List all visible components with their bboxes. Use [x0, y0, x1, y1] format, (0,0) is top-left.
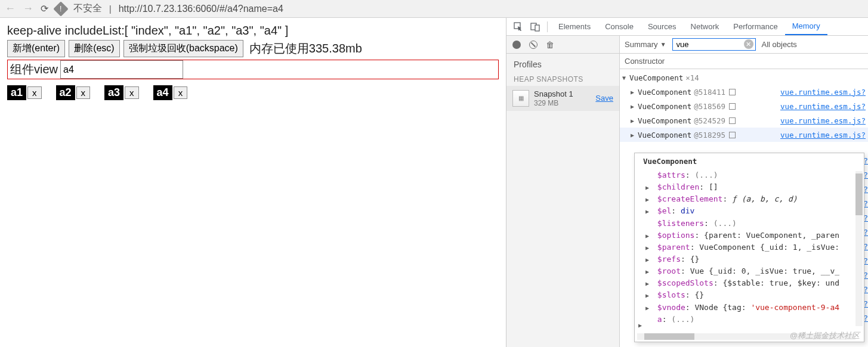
constructor-column-header[interactable]: Constructor	[620, 54, 868, 69]
expand-icon[interactable]: ▶	[631, 117, 638, 124]
expand-icon[interactable]: ▼	[622, 75, 629, 81]
source-link[interactable]: vue.runtime.esm.js?	[762, 102, 866, 111]
clear-icon[interactable]	[529, 41, 538, 49]
heap-snapshots-label: HEAP SNAPSHOTS	[506, 72, 619, 86]
object-property[interactable]: ▶ $parent: VueComponent {_uid: 1, _isVue…	[645, 241, 861, 253]
summary-dropdown[interactable]: Summary ▼	[625, 40, 666, 49]
element-ref-icon[interactable]	[729, 103, 736, 110]
tab-badge: a1	[7, 85, 26, 100]
heap-row[interactable]: ▶VueComponent@518569vue.runtime.esm.js?	[620, 99, 868, 113]
object-property[interactable]: ▶ $vnode: VNode {tag: 'vue-component-9-a…	[645, 302, 861, 314]
heap-row[interactable]: ▶VueComponent@518411vue.runtime.esm.js?	[620, 85, 868, 99]
reload-icon[interactable]: ⟳	[41, 3, 48, 14]
device-toggle-icon[interactable]	[527, 22, 543, 32]
expand-icon[interactable]: ▶	[631, 103, 638, 110]
add-button[interactable]: 新增(enter)	[7, 40, 65, 57]
tab-badge: a2	[56, 85, 75, 100]
devtools-tab-performance[interactable]: Performance	[726, 18, 784, 35]
devtools-tab-console[interactable]: Console	[598, 18, 641, 35]
tab-a2[interactable]: a2x	[56, 85, 91, 100]
forward-icon[interactable]: →	[23, 2, 33, 15]
snapshot-name: Snapshot 1	[534, 89, 591, 99]
object-property[interactable]: ▶ $options: {parent: VueComponent, _pare…	[645, 230, 861, 241]
tab-close-button[interactable]: x	[125, 86, 139, 99]
devtools-panel: ElementsConsoleSourcesNetworkPerformance…	[506, 18, 868, 347]
detail-title: VueComponent	[635, 153, 864, 169]
tab-a4[interactable]: a4x	[153, 85, 188, 100]
snapshot-item[interactable]: ▦ Snapshot 1 329 MB Save	[506, 86, 619, 111]
snapshot-size: 329 MB	[534, 99, 591, 107]
component-view-label: 组件view	[8, 60, 60, 79]
element-ref-icon[interactable]	[729, 89, 736, 95]
object-property[interactable]: ▶ $scopedSlots: {$stable: true, $key: un…	[645, 277, 861, 289]
tab-a3[interactable]: a3x	[104, 85, 139, 100]
clear-filter-icon[interactable]: ✕	[744, 39, 753, 49]
watermark: @稀土掘金技术社区	[790, 330, 860, 341]
memory-usage: 内存已使用335.38mb	[249, 41, 362, 57]
expand-icon[interactable]: ▶	[631, 132, 638, 138]
back-icon[interactable]: ←	[5, 2, 16, 15]
page-content: keep-alive includeList:[ "index", "a1", …	[0, 18, 506, 347]
source-link[interactable]: vue.runtime.esm.js?	[762, 131, 866, 140]
tab-close-button[interactable]: x	[76, 86, 91, 99]
inspect-icon[interactable]	[510, 22, 527, 32]
gc-button[interactable]: 强制垃圾回收(backspace)	[123, 40, 243, 57]
object-property[interactable]: $attrs: (...)	[645, 169, 861, 181]
object-detail-popover: VueComponent $attrs: (...)▶ $children: […	[634, 153, 864, 342]
address-url[interactable]: http://10.7.23.136:6060/#/a4?name=a4	[119, 4, 283, 14]
devtools-tab-elements[interactable]: Elements	[551, 18, 598, 35]
record-icon[interactable]	[512, 41, 521, 49]
tab-badge: a4	[153, 85, 172, 100]
devtools-tab-network[interactable]: Network	[684, 18, 727, 35]
object-property[interactable]: ▶ $el: div	[645, 205, 861, 217]
security-warning-icon: !	[53, 1, 68, 16]
constructor-group-row[interactable]: ▼ VueComponent ×14	[620, 70, 868, 85]
tab-a1[interactable]: a1x	[7, 85, 42, 100]
source-link[interactable]: vue.runtime.esm.js?	[762, 88, 866, 97]
include-list-heading: keep-alive includeList:[ "index", "a1", …	[7, 24, 499, 38]
all-objects-dropdown[interactable]: All objects	[762, 40, 797, 49]
object-property[interactable]: ▶ $slots: {}	[645, 289, 861, 301]
devtools-tabbar: ElementsConsoleSourcesNetworkPerformance…	[506, 18, 868, 36]
chevron-down-icon: ▼	[660, 41, 666, 48]
heap-tree[interactable]: ▼ VueComponent ×14 ▶VueComponent@518411v…	[620, 69, 868, 347]
component-view-input[interactable]	[60, 60, 183, 79]
element-ref-icon[interactable]	[729, 117, 736, 124]
source-link[interactable]: vue.runtime.esm.js?	[762, 116, 866, 125]
object-property[interactable]: ▶ $root: Vue {_uid: 0, _isVue: true, __v…	[645, 265, 861, 277]
svg-rect-2	[535, 25, 539, 31]
object-property[interactable]: ▶ $refs: {}	[645, 253, 861, 265]
profiles-sidebar: 🗑 Profiles HEAP SNAPSHOTS ▦ Snapshot 1 3…	[506, 36, 620, 347]
snapshot-icon: ▦	[512, 90, 529, 107]
object-property[interactable]: $listeners: (...)	[645, 218, 861, 230]
expand-icon[interactable]: ▶	[638, 322, 642, 329]
class-filter-input[interactable]	[672, 38, 756, 51]
tab-badge: a3	[104, 85, 123, 100]
heap-row[interactable]: ▶VueComponent@524529vue.runtime.esm.js?	[620, 113, 868, 128]
object-property[interactable]: ▶ $children: []	[645, 181, 861, 193]
tab-close-button[interactable]: x	[27, 86, 42, 99]
devtools-tab-memory[interactable]: Memory	[785, 18, 827, 35]
object-property[interactable]: ▶ $createElement: ƒ (a, b, c, d)	[645, 193, 861, 205]
security-label: 不安全	[73, 2, 102, 15]
snapshot-save-link[interactable]: Save	[595, 94, 613, 103]
profiles-heading: Profiles	[506, 54, 619, 72]
delete-button[interactable]: 删除(esc)	[69, 40, 120, 57]
tab-close-button[interactable]: x	[174, 86, 188, 99]
trash-icon[interactable]: 🗑	[546, 40, 554, 49]
object-property[interactable]: a: (...)	[645, 314, 861, 326]
devtools-tab-sources[interactable]: Sources	[641, 18, 684, 35]
detail-vscroll-thumb[interactable]	[855, 174, 863, 215]
detail-hscroll-thumb[interactable]	[644, 333, 694, 340]
heap-row[interactable]: ▶VueComponent@518295vue.runtime.esm.js?	[620, 128, 868, 142]
component-view-row: 组件view	[7, 60, 499, 79]
browser-toolbar: ← → ⟳ ! 不安全 | http://10.7.23.136:6060/#/…	[0, 0, 868, 18]
element-ref-icon[interactable]	[729, 132, 736, 138]
expand-icon[interactable]: ▶	[631, 89, 638, 95]
